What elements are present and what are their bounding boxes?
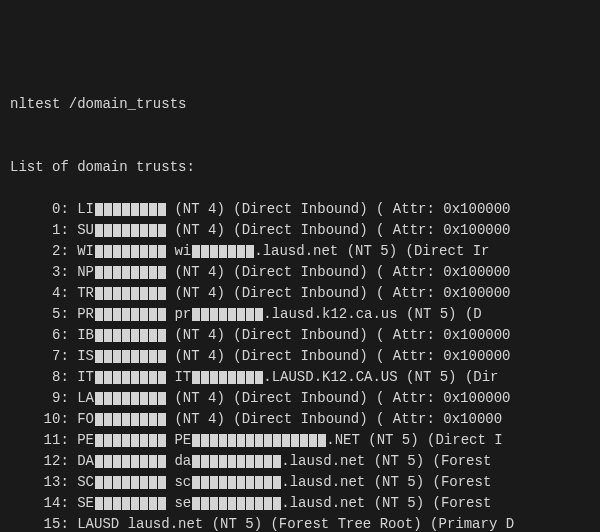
terminal-output[interactable]: nltest /domain_trusts List of domain tru… xyxy=(10,94,600,532)
redacted-block xyxy=(122,413,130,426)
redacted-block xyxy=(95,308,103,321)
redacted-block xyxy=(140,434,148,447)
redacted-block xyxy=(210,434,218,447)
redacted-block xyxy=(122,497,130,510)
row-prefix: IB xyxy=(77,327,94,343)
redacted-block xyxy=(95,266,103,279)
redacted-block xyxy=(264,434,272,447)
redacted-block xyxy=(149,455,157,468)
row-prefix: PR xyxy=(77,306,94,322)
redacted-block xyxy=(149,476,157,489)
redacted-block xyxy=(95,455,103,468)
redacted-block xyxy=(237,455,245,468)
redacted-block xyxy=(122,245,130,258)
redacted-block xyxy=(237,371,245,384)
redacted-block xyxy=(201,455,209,468)
row-prefix: IT xyxy=(77,369,94,385)
trust-row: 10: FO (NT 4) (Direct Inbound) ( Attr: 0… xyxy=(10,409,600,430)
redacted-block xyxy=(273,434,281,447)
row-prefix: FO xyxy=(77,411,94,427)
redacted-block xyxy=(149,329,157,342)
redacted-block xyxy=(131,371,139,384)
redacted-block xyxy=(104,245,112,258)
redacted-block xyxy=(104,497,112,510)
redacted-block xyxy=(131,266,139,279)
row-text: se xyxy=(166,495,191,511)
redacted-block xyxy=(113,413,121,426)
redacted-block xyxy=(219,455,227,468)
redacted-block xyxy=(122,203,130,216)
redacted-block xyxy=(210,455,218,468)
redacted-block xyxy=(237,434,245,447)
trust-row: 4: TR (NT 4) (Direct Inbound) ( Attr: 0x… xyxy=(10,283,600,304)
redacted-block xyxy=(273,455,281,468)
redacted-block xyxy=(158,434,166,447)
redacted-block xyxy=(246,476,254,489)
redacted-block xyxy=(219,308,227,321)
redacted-block xyxy=(149,266,157,279)
redacted-block xyxy=(95,413,103,426)
redacted-block xyxy=(140,497,148,510)
redacted-block xyxy=(104,308,112,321)
redacted-block xyxy=(131,308,139,321)
redacted-block xyxy=(122,392,130,405)
redacted-block xyxy=(104,476,112,489)
row-prefix: DA xyxy=(77,453,94,469)
redacted-block xyxy=(122,455,130,468)
redacted-block xyxy=(122,329,130,342)
redacted-block xyxy=(113,266,121,279)
redacted-block xyxy=(95,203,103,216)
redacted-block xyxy=(255,476,263,489)
redacted-block xyxy=(228,308,236,321)
redacted-block xyxy=(158,266,166,279)
row-prefix: LA xyxy=(77,390,94,406)
row-prefix: SC xyxy=(77,474,94,490)
redacted-block xyxy=(192,455,200,468)
redacted-block xyxy=(104,371,112,384)
redacted-block xyxy=(113,329,121,342)
redacted-block xyxy=(158,497,166,510)
row-text: .lausd.k12.ca.us (NT 5) (D xyxy=(263,306,481,322)
row-text: .lausd.net (NT 5) (Forest xyxy=(281,453,491,469)
redacted-block xyxy=(255,497,263,510)
row-text: wi xyxy=(166,243,191,259)
redacted-block xyxy=(131,434,139,447)
redacted-block xyxy=(104,266,112,279)
redacted-block xyxy=(237,308,245,321)
redacted-block xyxy=(158,224,166,237)
redacted-block xyxy=(113,371,121,384)
redacted-block xyxy=(140,350,148,363)
trust-row: 8: IT IT.LAUSD.K12.CA.US (NT 5) (Dir xyxy=(10,367,600,388)
redacted-block xyxy=(158,287,166,300)
redacted-block xyxy=(131,497,139,510)
redacted-block xyxy=(131,329,139,342)
redacted-block xyxy=(149,224,157,237)
redacted-block xyxy=(95,371,103,384)
redacted-block xyxy=(131,455,139,468)
redacted-block xyxy=(158,476,166,489)
redacted-block xyxy=(246,308,254,321)
redacted-block xyxy=(149,245,157,258)
row-text: da xyxy=(166,453,191,469)
redacted-block xyxy=(192,497,200,510)
redacted-block xyxy=(104,350,112,363)
redacted-block xyxy=(131,476,139,489)
redacted-block xyxy=(122,266,130,279)
redacted-block xyxy=(246,455,254,468)
redacted-block xyxy=(113,287,121,300)
redacted-block xyxy=(246,434,254,447)
redacted-block xyxy=(104,224,112,237)
redacted-block xyxy=(228,455,236,468)
redacted-block xyxy=(158,455,166,468)
row-text: (NT 4) (Direct Inbound) ( Attr: 0x100000 xyxy=(166,390,510,406)
row-prefix: LAUSD lausd.net (NT 5) (Forest Tree Root… xyxy=(77,516,514,532)
redacted-block xyxy=(219,371,227,384)
redacted-block xyxy=(246,497,254,510)
row-text: pr xyxy=(166,306,191,322)
row-text: PE xyxy=(166,432,191,448)
redacted-block xyxy=(104,329,112,342)
redacted-block xyxy=(122,308,130,321)
redacted-block xyxy=(255,308,263,321)
redacted-block xyxy=(273,476,281,489)
row-text: (NT 4) (Direct Inbound) ( Attr: 0x100000 xyxy=(166,285,510,301)
